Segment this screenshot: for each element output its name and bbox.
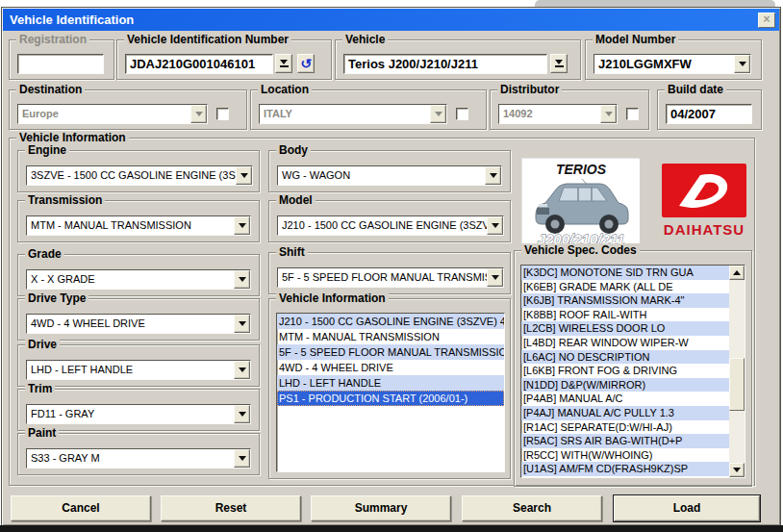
scrollbar-thumb[interactable] (729, 358, 745, 411)
daihatsu-logo-text: DAIHATSU (656, 221, 752, 238)
list-item[interactable]: [N1DD] D&P(W/MIRROR) (521, 378, 729, 393)
dropdown-button[interactable] (600, 105, 617, 123)
body-combo[interactable]: WG - WAGON (277, 165, 502, 186)
scrollbar-down-button[interactable] (729, 463, 745, 477)
list-item[interactable]: J210 - 1500 CC GASOLINE ENGINE (3SZVE) 4… (277, 314, 504, 329)
chevron-down-icon (239, 412, 246, 417)
list-item[interactable]: [K6EB] GRADE MARK (ALL DE (521, 280, 729, 294)
dropdown-button[interactable] (234, 361, 250, 379)
vehicle-information-group: Vehicle Information Engine 3SZVE - 1500 … (9, 138, 755, 486)
dropdown-button[interactable] (234, 405, 250, 423)
model-combo[interactable]: J210 - 1500 CC GASOLINE ENGINE (3SZVE) (277, 215, 504, 236)
vin-group: Vehicle Identification Number JDAJ210G00… (116, 39, 332, 80)
registration-input[interactable] (17, 54, 104, 74)
chevron-down-icon (239, 321, 246, 326)
model-value: J210 - 1500 CC GASOLINE ENGINE (3SZVE) (278, 216, 487, 235)
shift-combo[interactable]: 5F - 5 SPEED FLOOR MANUAL TRANSMISS (277, 267, 504, 288)
grade-combo[interactable]: X - X GRADE (26, 269, 251, 290)
dropdown-button[interactable] (487, 216, 503, 235)
search-button[interactable]: Search (462, 495, 602, 521)
list-item[interactable]: 4WD - 4 WHEEL DRIVE (277, 360, 504, 375)
undo-icon: ↺ (300, 57, 312, 70)
car-image: TERIOS J200/210/211 (521, 158, 639, 248)
drive-type-combo[interactable]: 4WD - 4 WHEEL DRIVE (26, 314, 251, 334)
vehicle-spec-codes-label: Vehicle Spec. Codes (521, 243, 640, 257)
list-item[interactable]: [L4BD] REAR WINDOW WIPER-W (521, 336, 729, 350)
trim-value: FD11 - GRAY (27, 405, 234, 423)
list-item[interactable]: LHD - LEFT HANDLE (277, 375, 504, 391)
dropdown-button[interactable] (734, 55, 750, 73)
location-combo[interactable]: ITALY (259, 104, 447, 124)
vehicle-input[interactable]: Terios J200/J210/J211 (343, 54, 547, 74)
chevron-down-icon (492, 275, 499, 280)
chevron-down-icon (490, 173, 497, 178)
list-item[interactable]: [L6AC] NO DESCRIPTION (521, 350, 729, 365)
list-item[interactable]: [R1AC] SEPARATE(D:W/HI-AJ) (521, 420, 729, 435)
list-item[interactable]: [L6KB] FRONT FOG & DRIVING (521, 364, 729, 378)
destination-combo[interactable]: Europe (17, 104, 208, 124)
grade-value: X - X GRADE (27, 270, 234, 289)
title-bar[interactable]: Vehicle Identification × (3, 9, 779, 31)
dropdown-button[interactable] (234, 270, 250, 289)
terios-car-illustration: TERIOS J200/210/211 (522, 159, 640, 249)
summary-button[interactable]: Summary (311, 495, 451, 521)
paint-value: S33 - GRAY M (27, 449, 234, 468)
list-item[interactable]: [R5AC] SRS AIR BAG-WITH(D+P (521, 434, 729, 448)
distributor-checkbox[interactable] (626, 108, 639, 120)
drive-combo[interactable]: LHD - LEFT HANDLE (26, 360, 251, 380)
load-button[interactable]: Load (614, 495, 760, 521)
dropdown-button[interactable] (234, 449, 250, 468)
body-value: WG - WAGON (278, 166, 485, 185)
location-checkbox[interactable] (456, 108, 468, 120)
vehicle-group: Vehicle Terios J200/J210/J211 (335, 39, 581, 80)
reset-button[interactable]: Reset (161, 495, 301, 521)
distributor-combo[interactable]: 14092 (498, 104, 618, 124)
vin-reset-button[interactable]: ↺ (297, 54, 315, 73)
scrollbar-up-button[interactable] (729, 266, 745, 280)
model-number-combo[interactable]: J210LGGMXFW (594, 54, 751, 74)
list-item[interactable]: [L2CB] WIRELESS DOOR LO (521, 321, 729, 336)
dropdown-button[interactable] (190, 105, 207, 123)
background-window-edge (0, 525, 783, 532)
list-item[interactable]: [R5CC] WITH(W/WHOING) (521, 448, 729, 463)
list-item[interactable]: [K3DC] MONOTONE SID TRN GUA (521, 266, 729, 280)
chevron-down-icon (492, 223, 499, 228)
chevron-down-icon (605, 112, 613, 116)
list-item[interactable]: 5F - 5 SPEED FLOOR MANUAL TRANSMISSION (277, 344, 504, 360)
model-number-group: Model Number J210LGGMXFW (585, 39, 762, 80)
engine-combo[interactable]: 3SZVE - 1500 CC GASOLINE ENGINE (3SZV (26, 165, 253, 186)
car-image-title: TERIOS (556, 162, 607, 177)
destination-checkbox[interactable] (216, 108, 229, 120)
dropdown-button[interactable] (430, 105, 446, 123)
list-item[interactable]: [P4AB] MANUAL A/C (521, 392, 729, 406)
dropdown-button[interactable] (234, 315, 250, 333)
dropdown-underline-icon (555, 60, 564, 67)
paint-combo[interactable]: S33 - GRAY M (26, 448, 251, 469)
drive-type-value: 4WD - 4 WHEEL DRIVE (27, 315, 234, 333)
list-item[interactable]: [K8BB] ROOF RAIL-WITH (521, 308, 729, 322)
vehicle-information-list[interactable]: J210 - 1500 CC GASOLINE ENGINE (3SZVE) 4… (276, 313, 505, 472)
list-item[interactable]: [U1AS] AM/FM CD(FRASH9KZ)SP (521, 462, 729, 476)
vehicle-spec-codes-list: [K3DC] MONOTONE SID TRN GUA[K6EB] GRADE … (520, 265, 745, 478)
vin-dropdown-button[interactable] (275, 54, 292, 73)
dropdown-button[interactable] (234, 216, 250, 235)
list-item[interactable]: [P4AJ] MANUAL A/C PULLY 1.3 (521, 406, 729, 420)
list-item[interactable]: PS1 - PRODUCTION START (2006/01-) (277, 391, 504, 406)
dropdown-button[interactable] (485, 166, 501, 185)
chevron-down-icon (739, 62, 746, 66)
close-button[interactable]: × (758, 13, 775, 28)
transmission-group: Transmission MTM - MANUAL TRANSMISSION (17, 200, 260, 242)
list-item[interactable]: [K6JB] TRANSMISSION MARK-4" (521, 293, 729, 308)
list-item[interactable]: MTM - MANUAL TRANSMISSION (277, 329, 504, 344)
transmission-combo[interactable]: MTM - MANUAL TRANSMISSION (26, 215, 251, 236)
build-date-input[interactable]: 04/2007 (666, 104, 752, 124)
location-value: ITALY (260, 105, 430, 123)
vehicle-dropdown-button[interactable] (550, 54, 568, 73)
trim-combo[interactable]: FD11 - GRAY (26, 404, 251, 424)
vin-input[interactable]: JDAJ210G001046101 (125, 54, 273, 74)
dropdown-button[interactable] (236, 166, 252, 185)
registration-group: Registration (9, 39, 114, 80)
spec-codes-scrollbar[interactable] (729, 266, 745, 477)
cancel-button[interactable]: Cancel (11, 495, 151, 521)
dropdown-button[interactable] (487, 268, 503, 287)
